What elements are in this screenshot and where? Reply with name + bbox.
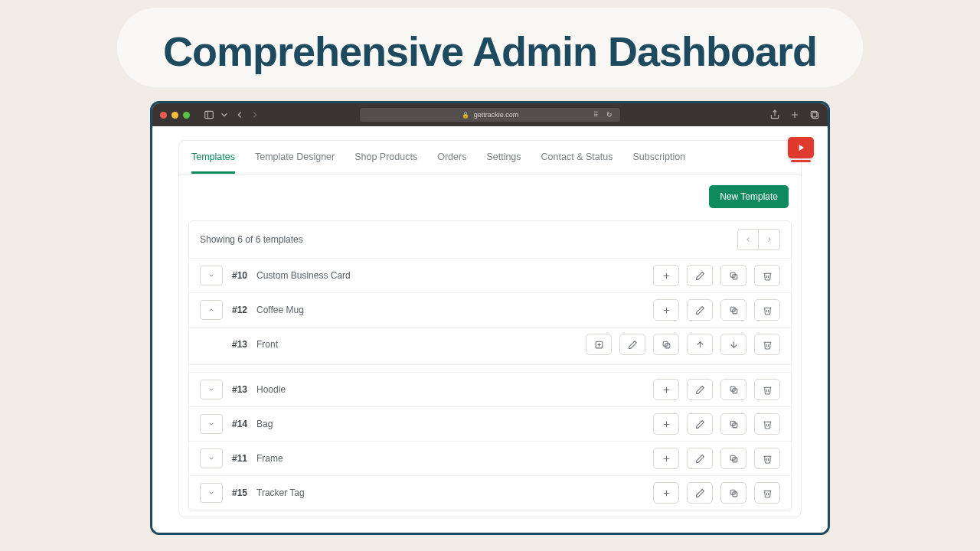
add-button[interactable] [653,265,679,286]
tab-subscription[interactable]: Subscription [632,141,685,174]
edit-button[interactable] [687,299,713,321]
duplicate-button[interactable] [720,413,746,435]
row-name: Front [256,339,278,350]
row-name: Bag [256,419,273,429]
row-id: #15 [232,487,247,498]
delete-button[interactable] [754,299,780,321]
pager-next-button[interactable] [759,229,780,250]
collapse-button[interactable] [200,300,223,320]
edit-button[interactable] [687,482,713,504]
back-icon[interactable] [233,108,247,122]
list-showing-text: Showing 6 of 6 templates [200,234,303,245]
table-row: #10 Custom Business Card [189,259,791,293]
move-down-button[interactable] [720,334,746,355]
svg-rect-5 [812,112,818,119]
add-button[interactable] [653,379,679,400]
row-id: #10 [232,270,247,281]
delete-button[interactable] [754,413,780,435]
table-row: #11 Frame [189,442,791,476]
table-subrow: #13 Front [189,328,791,365]
duplicate-button[interactable] [720,379,746,400]
row-name: Coffee Mug [256,305,304,315]
expand-button[interactable] [200,414,223,434]
row-id: #13 [232,384,247,395]
expand-button[interactable] [200,266,223,285]
tabs-overview-icon[interactable] [808,108,822,122]
page-title: Comprehensive Admin Dashboard [163,8,817,87]
share-icon[interactable] [768,108,782,122]
reload-icon[interactable]: ↻ [606,111,612,119]
edit-button[interactable] [687,448,713,469]
traffic-lights [160,112,190,119]
window-titlebar: 🔒 gettrackie.com ⠿ ↻ [152,103,828,126]
page-content: Templates Template Designer Shop Product… [152,126,828,533]
tab-templates[interactable]: Templates [191,141,235,174]
delete-button[interactable] [754,482,780,504]
row-id: #11 [232,453,247,464]
duplicate-button[interactable] [720,265,746,286]
row-name: Tracker Tag [256,487,305,498]
main-card: Templates Template Designer Shop Product… [178,140,802,517]
address-bar[interactable]: 🔒 gettrackie.com ⠿ ↻ [360,108,620,122]
row-name: Hoodie [256,384,286,395]
add-button[interactable] [653,299,679,321]
delete-button[interactable] [754,379,780,400]
add-side-button[interactable] [586,334,612,355]
row-id: #12 [232,305,247,315]
tab-settings[interactable]: Settings [486,141,521,174]
table-row: #13 Hoodie [189,373,791,407]
tab-shop-products[interactable]: Shop Products [354,141,417,174]
edit-button[interactable] [687,413,713,435]
row-name: Frame [256,453,283,464]
duplicate-button[interactable] [720,482,746,504]
duplicate-button[interactable] [720,299,746,321]
tab-bar: Templates Template Designer Shop Product… [179,141,801,174]
pager [737,229,780,250]
edit-button[interactable] [687,265,713,286]
delete-button[interactable] [754,448,780,469]
templates-list: Showing 6 of 6 templates [188,220,792,510]
close-window-icon[interactable] [160,112,167,119]
lock-icon: 🔒 [462,112,469,119]
svg-marker-7 [799,145,804,151]
add-button[interactable] [653,448,679,469]
table-row: #12 Coffee Mug [189,293,791,328]
delete-button[interactable] [754,334,780,355]
move-up-button[interactable] [687,334,713,355]
minimize-window-icon[interactable] [172,112,178,119]
add-button[interactable] [653,482,679,504]
browser-window: 🔒 gettrackie.com ⠿ ↻ Templates Template … [150,101,830,535]
tab-template-designer[interactable]: Template Designer [255,141,335,174]
row-name: Custom Business Card [256,270,351,281]
tab-contact-status[interactable]: Contact & Status [541,141,613,174]
edit-button[interactable] [619,334,645,355]
translate-icon[interactable]: ⠿ [593,111,599,119]
expand-button[interactable] [200,483,223,503]
svg-rect-6 [811,111,817,117]
sidebar-toggle-icon[interactable] [202,108,216,122]
table-row: #14 Bag [189,407,791,442]
forward-icon [248,108,262,122]
new-tab-icon[interactable] [788,108,802,122]
duplicate-button[interactable] [653,334,679,355]
maximize-window-icon[interactable] [183,112,190,119]
chevron-down-icon[interactable] [217,108,231,122]
tab-orders[interactable]: Orders [437,141,466,174]
expand-button[interactable] [200,380,223,399]
url-text: gettrackie.com [474,111,519,119]
row-id: #13 [232,339,247,350]
pager-prev-button[interactable] [737,229,759,250]
svg-rect-0 [205,111,214,118]
duplicate-button[interactable] [720,448,746,469]
add-button[interactable] [653,413,679,435]
row-id: #14 [232,419,247,429]
edit-button[interactable] [687,379,713,400]
delete-button[interactable] [754,265,780,286]
new-template-button[interactable]: New Template [709,185,789,208]
video-help-button[interactable] [788,137,814,158]
table-row: #15 Tracker Tag [189,476,791,510]
expand-button[interactable] [200,448,223,468]
